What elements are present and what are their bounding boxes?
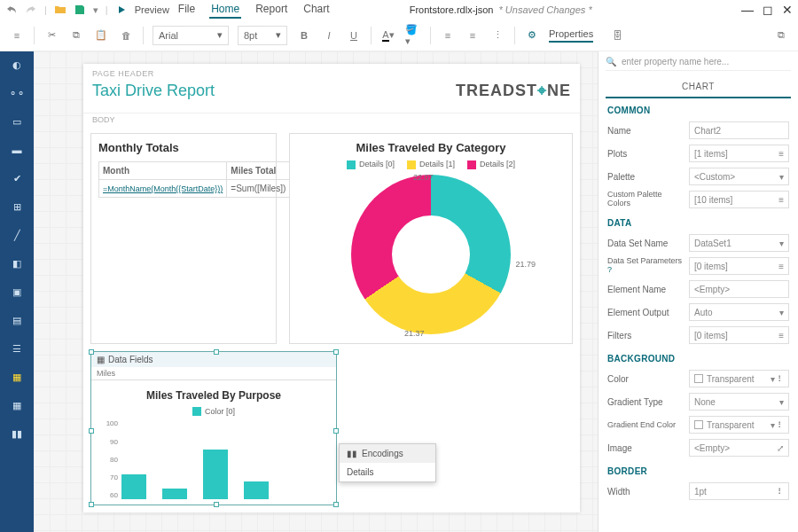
- expr-month[interactable]: =MonthName(Month({StartDate})): [103, 184, 223, 193]
- bar-chart-widget[interactable]: ▦Data Fields Miles Miles Traveled By Pur…: [90, 351, 337, 506]
- page-header-label: PAGE HEADER: [92, 69, 571, 78]
- menu-icon[interactable]: ≡: [9, 27, 25, 43]
- bar-legend: Color [0]: [97, 407, 331, 417]
- matrix-icon[interactable]: ▦: [9, 397, 25, 413]
- encodings-icon: ▮▮: [347, 449, 357, 458]
- prop-element-name[interactable]: <Empty>: [689, 280, 789, 298]
- tab-home[interactable]: Home: [209, 1, 241, 19]
- body-label: BODY: [83, 113, 580, 126]
- details-item[interactable]: Details: [340, 463, 435, 481]
- database-icon[interactable]: 🗄: [609, 27, 625, 43]
- section-data: DATA: [598, 211, 798, 231]
- text-tool-icon[interactable]: ▤: [9, 312, 25, 328]
- cursor-tool-icon[interactable]: ◐: [9, 57, 25, 73]
- list-icon[interactable]: ☰: [9, 340, 25, 356]
- settings-icon[interactable]: ⚙: [524, 27, 540, 43]
- report-title[interactable]: Taxi Drive Report: [92, 82, 215, 100]
- close-icon[interactable]: ✕: [782, 3, 793, 17]
- section-common: COMMON: [598, 98, 798, 119]
- donut-legend: Details [0] Details [1] Details [2]: [297, 160, 565, 169]
- fields-icon: ▦: [97, 355, 105, 364]
- hierarchy-icon[interactable]: ⚬⚬: [9, 85, 25, 101]
- prop-dataset-name[interactable]: DataSet1▾: [689, 234, 789, 252]
- delete-icon[interactable]: 🗑: [118, 27, 134, 43]
- prop-gradient-type[interactable]: None▾: [689, 393, 789, 411]
- play-icon[interactable]: [115, 4, 128, 16]
- container-icon[interactable]: ▭: [9, 113, 25, 129]
- tab-report[interactable]: Report: [254, 1, 289, 19]
- help-icon[interactable]: ?: [607, 265, 612, 274]
- align-center-icon[interactable]: ≡: [465, 27, 481, 43]
- minimize-icon[interactable]: —: [741, 3, 754, 17]
- tab-file[interactable]: File: [176, 1, 197, 19]
- undo-icon[interactable]: [5, 4, 18, 16]
- properties-tab[interactable]: Properties: [549, 28, 593, 43]
- encodings-popup: ▮▮Encodings Details: [339, 443, 436, 482]
- grid-icon[interactable]: ⊞: [9, 199, 25, 215]
- preview-button[interactable]: Preview: [135, 4, 169, 15]
- redo-icon[interactable]: [25, 4, 37, 16]
- document-name: Frontstore.rdlx-json: [410, 4, 494, 15]
- table-tool-icon[interactable]: ▦: [9, 369, 25, 385]
- section-background: BACKGROUND: [598, 347, 798, 367]
- prop-border-width[interactable]: 1pt⠇: [689, 482, 789, 500]
- tool-rail: ◐ ⚬⚬ ▭ ▬ ✔ ⊞ ╱ ◧ ▣ ▤ ☰ ▦ ▦ ▮▮: [0, 51, 34, 532]
- bold-icon[interactable]: B: [296, 27, 312, 43]
- monthly-totals-widget[interactable]: Monthly Totals MonthMiles TotalRides Tot…: [90, 133, 277, 344]
- expr-miles: =Sum([Miles]): [227, 180, 290, 198]
- open-icon[interactable]: [54, 4, 66, 16]
- line-icon[interactable]: ╱: [9, 227, 25, 243]
- font-size-select[interactable]: 8pt▾: [238, 26, 287, 45]
- unsaved-indicator: * Unsaved Changes *: [499, 4, 592, 15]
- bar-title: Miles Traveled By Purpose: [97, 389, 331, 402]
- underline-icon[interactable]: U: [346, 27, 362, 43]
- maximize-icon[interactable]: ◻: [763, 3, 773, 17]
- rect-icon[interactable]: ▬: [9, 142, 25, 158]
- panel-toggle-icon[interactable]: ⧉: [773, 27, 789, 43]
- copy-icon[interactable]: ⧉: [68, 27, 84, 43]
- chart-tool-icon[interactable]: ▮▮: [9, 426, 25, 442]
- encodings-item[interactable]: ▮▮Encodings: [340, 444, 435, 463]
- prop-filters[interactable]: [0 items]≡: [689, 326, 789, 344]
- paste-icon[interactable]: 📋: [93, 27, 109, 43]
- chart-section-header: CHART: [606, 76, 791, 98]
- cut-icon[interactable]: ✂: [43, 27, 59, 43]
- donut-title: Miles Traveled By Category: [297, 141, 565, 154]
- report-page: PAGE HEADER Taxi Drive Report TREADST⌖NE…: [83, 64, 580, 512]
- bar-chart: 10090807060: [97, 419, 331, 499]
- prop-plots[interactable]: [1 items]≡: [689, 145, 789, 162]
- save-icon[interactable]: [74, 4, 86, 16]
- data-field-item[interactable]: Miles: [91, 367, 336, 380]
- prop-palette[interactable]: <Custom>▾: [689, 168, 789, 185]
- prop-element-output[interactable]: Auto▾: [689, 303, 789, 321]
- monthly-title: Monthly Totals: [98, 141, 269, 154]
- brand-logo: TREADST⌖NE: [456, 82, 571, 100]
- property-search[interactable]: 🔍 enter property name here...: [606, 57, 791, 71]
- font-color-icon[interactable]: A▾: [380, 27, 396, 43]
- italic-icon[interactable]: I: [321, 27, 337, 43]
- align-left-icon[interactable]: ≡: [440, 27, 456, 43]
- image-tool-icon[interactable]: ▣: [9, 284, 25, 300]
- prop-custom-palette[interactable]: [10 items]≡: [689, 191, 789, 208]
- prop-bg-color[interactable]: Transparent▾ ⠇: [689, 370, 789, 387]
- fill-color-icon[interactable]: 🪣▾: [405, 27, 421, 43]
- prop-image[interactable]: <Empty>⤢: [689, 439, 789, 457]
- tab-chart[interactable]: Chart: [301, 1, 331, 19]
- design-canvas[interactable]: PAGE HEADER Taxi Drive Report TREADST⌖NE…: [34, 51, 598, 532]
- donut-chart: [351, 175, 511, 334]
- window-titlebar: | ▾ | Preview File Home Report Chart Fro…: [0, 0, 798, 20]
- prop-gradient-end[interactable]: Transparent▾ ⠇: [689, 416, 789, 434]
- ribbon-toolbar: ≡ ✂ ⧉ 📋 🗑 Arial▾ 8pt▾ B I U A▾ 🪣▾ ≡ ≡ ⋮ …: [0, 20, 798, 51]
- prop-name-input[interactable]: Chart2: [689, 121, 789, 139]
- check-icon[interactable]: ✔: [9, 170, 25, 186]
- properties-panel: 🔍 enter property name here... CHART COMM…: [598, 51, 798, 532]
- shape-icon[interactable]: ◧: [9, 255, 25, 271]
- font-family-select[interactable]: Arial▾: [153, 26, 229, 45]
- search-icon: 🔍: [606, 57, 616, 66]
- prop-dataset-params[interactable]: [0 items]≡: [689, 257, 789, 275]
- section-border: BORDER: [598, 459, 798, 480]
- donut-chart-widget[interactable]: Miles Traveled By Category Details [0] D…: [289, 133, 573, 344]
- more-icon[interactable]: ⋮: [489, 27, 505, 43]
